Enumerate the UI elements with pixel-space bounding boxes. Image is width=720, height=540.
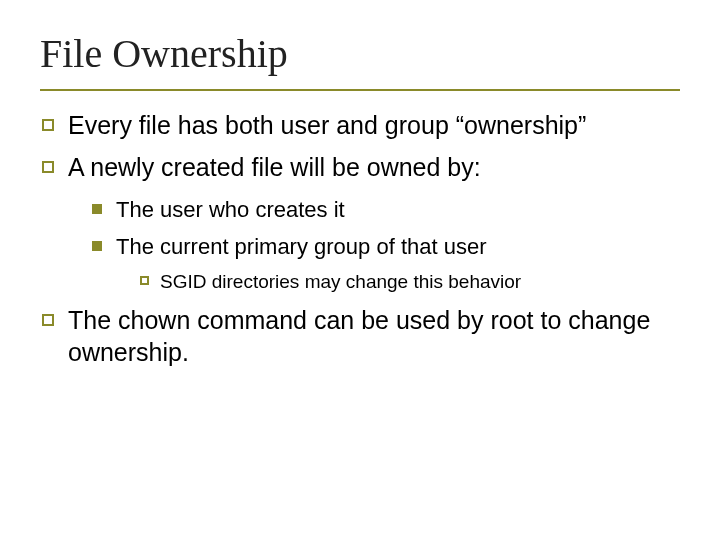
bullet-text: The current primary group of that user <box>116 234 487 259</box>
list-item: A newly created file will be owned by: T… <box>40 151 680 294</box>
bullet-list-lvl1: Every file has both user and group “owne… <box>40 109 680 368</box>
list-item: The chown command can be used by root to… <box>40 304 680 368</box>
bullet-list-lvl2: The user who creates it The current prim… <box>68 195 680 294</box>
bullet-text: The chown command can be used by root to… <box>68 306 650 366</box>
slide: File Ownership Every file has both user … <box>0 0 720 540</box>
slide-title: File Ownership <box>40 30 680 85</box>
bullet-text: Every file has both user and group “owne… <box>68 111 586 139</box>
list-item: The current primary group of that user S… <box>90 232 680 294</box>
bullet-text: A newly created file will be owned by: <box>68 153 481 181</box>
title-underline <box>40 89 680 91</box>
list-item: The user who creates it <box>90 195 680 224</box>
list-item: Every file has both user and group “owne… <box>40 109 680 141</box>
bullet-text: SGID directories may change this behavio… <box>160 271 521 292</box>
bullet-text: The user who creates it <box>116 197 345 222</box>
bullet-list-lvl3: SGID directories may change this behavio… <box>116 269 680 294</box>
list-item: SGID directories may change this behavio… <box>138 269 680 294</box>
